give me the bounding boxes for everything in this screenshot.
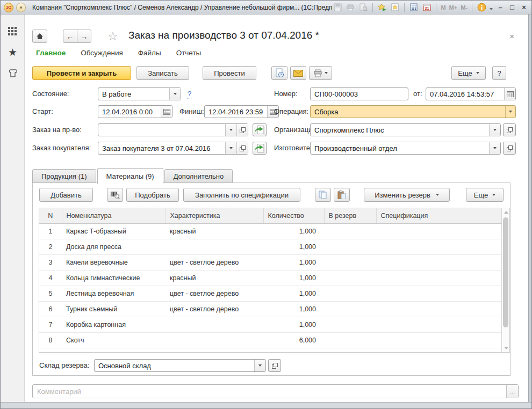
cell-nomenclature[interactable]: Лестница веревочная (62, 286, 166, 301)
paste-button[interactable] (334, 188, 350, 202)
more-button[interactable]: Еще (451, 66, 486, 80)
calculator-icon[interactable] (409, 3, 419, 12)
cell-specification[interactable] (376, 270, 509, 286)
sections-menu-icon[interactable] (1, 22, 25, 40)
preview-icon[interactable] (358, 3, 368, 12)
state-combobox[interactable]: В работе (98, 87, 181, 100)
table-row[interactable]: 6Турник съемныйцвет - светлое дерево1,00… (39, 301, 509, 317)
print-icon[interactable] (346, 3, 355, 12)
cell-characteristic[interactable]: цвет - светлое дерево (166, 286, 263, 301)
org-combobox[interactable]: Спорткомплекс Плюс (310, 123, 501, 136)
cell-nomenclature[interactable]: Качели веревочные (62, 254, 166, 270)
cell-reserve[interactable] (324, 270, 376, 286)
dropdown-button[interactable] (169, 88, 181, 100)
col-quantity[interactable]: Количество (263, 208, 324, 223)
dropdown-button[interactable] (489, 142, 500, 154)
cell-specification[interactable] (376, 301, 509, 317)
favorite-star-icon[interactable]: ☆ (107, 30, 118, 43)
cell-n[interactable]: 2 (39, 239, 62, 254)
create-based-on-button[interactable] (271, 66, 287, 80)
cell-specification[interactable] (376, 286, 509, 301)
close-window-button[interactable]: × (520, 3, 528, 11)
cell-n[interactable]: 1 (39, 223, 62, 239)
table-row[interactable]: 4Кольца гимнастическиекрасный1,000 (39, 270, 509, 286)
main-menu-button[interactable]: ▾ (16, 3, 26, 12)
calendar-picker-button[interactable] (504, 88, 515, 100)
dropdown-button[interactable] (489, 124, 500, 136)
memory-m-button[interactable]: M (441, 4, 445, 11)
open-button[interactable] (236, 142, 248, 154)
scroll-thumb[interactable] (503, 217, 508, 327)
fill-from-order-button[interactable] (253, 123, 267, 136)
cell-quantity[interactable]: 1,000 (263, 317, 324, 332)
cell-reserve[interactable] (324, 286, 376, 301)
cell-specification[interactable] (376, 317, 509, 332)
dropdown-button[interactable] (225, 142, 236, 154)
info-caret-icon[interactable] (490, 3, 493, 12)
copy-button[interactable] (315, 188, 331, 202)
cell-characteristic[interactable]: цвет - светлое дерево (166, 301, 263, 317)
calendar-icon[interactable]: 31 (422, 3, 432, 12)
memory-m-minus-button[interactable]: M- (461, 4, 468, 11)
cell-specification[interactable] (376, 223, 509, 239)
cell-n[interactable]: 6 (39, 301, 62, 317)
cell-specification[interactable] (376, 239, 509, 254)
comment-more-button[interactable]: ... (506, 385, 518, 398)
info-icon[interactable] (477, 3, 486, 12)
cell-n[interactable]: 3 (39, 254, 62, 270)
print-button[interactable] (309, 66, 332, 80)
date-field[interactable]: 07.04.2016 14:53:57 (426, 87, 516, 100)
prod-order-combobox[interactable] (98, 123, 248, 136)
cell-nomenclature[interactable]: Доска для пресса (62, 239, 166, 254)
table-row[interactable]: 8Скотч6,000 (39, 332, 509, 348)
open-button[interactable] (236, 124, 248, 136)
add-row-button[interactable]: Добавить (39, 188, 93, 202)
cell-nomenclature[interactable]: Скотч (62, 332, 166, 348)
cell-quantity[interactable]: 1,000 (263, 254, 324, 270)
minimize-button[interactable]: – (496, 3, 505, 11)
table-row[interactable]: 2Доска для пресса1,000 (39, 239, 509, 254)
save-icon[interactable] (333, 3, 342, 12)
cell-specification[interactable] (376, 254, 509, 270)
history-icon[interactable] (1, 64, 25, 82)
col-characteristic[interactable]: Характеристика (166, 208, 263, 223)
cell-reserve[interactable] (324, 317, 376, 332)
favorites-list-icon[interactable] (390, 3, 400, 12)
state-help-link[interactable]: ? (188, 90, 191, 99)
col-n[interactable]: N (39, 208, 62, 223)
start-field[interactable]: 12.04.2016 0:00 (98, 105, 172, 118)
close-form-icon[interactable]: × (509, 32, 514, 41)
warehouse-open-button[interactable] (268, 359, 281, 372)
cell-n[interactable]: 4 (39, 270, 62, 286)
cell-nomenclature[interactable]: Каркас Т-образный (62, 223, 166, 239)
cell-n[interactable]: 5 (39, 286, 62, 301)
add-favorite-icon[interactable] (377, 3, 387, 12)
fill-from-order-button[interactable] (253, 142, 267, 155)
manufacturer-open-button[interactable] (503, 142, 516, 155)
barcode-button[interactable] (107, 188, 123, 202)
memory-m-plus-button[interactable]: M+ (449, 4, 458, 11)
tab-obsuzhdeniya[interactable]: Обсуждения (81, 49, 123, 57)
cell-characteristic[interactable]: красный (166, 270, 263, 286)
change-reserve-button[interactable]: Изменить резерв (364, 188, 450, 202)
table-row[interactable]: 7Коробка картонная1,000 (39, 317, 509, 332)
table-more-button[interactable]: Еще (466, 188, 504, 202)
cell-quantity[interactable]: 1,000 (263, 301, 324, 317)
tab-materials[interactable]: Материалы (9) (97, 168, 163, 184)
cell-quantity[interactable]: 6,000 (263, 332, 324, 348)
scroll-up-icon[interactable] (504, 211, 508, 214)
tab-production[interactable]: Продукция (1) (32, 169, 96, 183)
cell-n[interactable]: 7 (39, 317, 62, 332)
comment-input[interactable] (33, 385, 506, 398)
operation-combobox[interactable]: Сборка (310, 105, 516, 118)
number-field[interactable]: СП00-000003 (310, 87, 408, 100)
cell-specification[interactable] (376, 332, 509, 348)
post-and-close-button[interactable]: Провести и закрыть (32, 66, 131, 80)
cell-quantity[interactable]: 1,000 (263, 239, 324, 254)
manufacturer-combobox[interactable]: Производственный отдел (310, 142, 501, 155)
table-row[interactable]: 5Лестница веревочнаяцвет - светлое дерев… (39, 286, 509, 301)
pick-button[interactable]: Подобрать (126, 188, 179, 202)
cell-characteristic[interactable]: красный (166, 223, 263, 239)
cell-reserve[interactable] (324, 332, 376, 348)
cell-nomenclature[interactable]: Турник съемный (62, 301, 166, 317)
